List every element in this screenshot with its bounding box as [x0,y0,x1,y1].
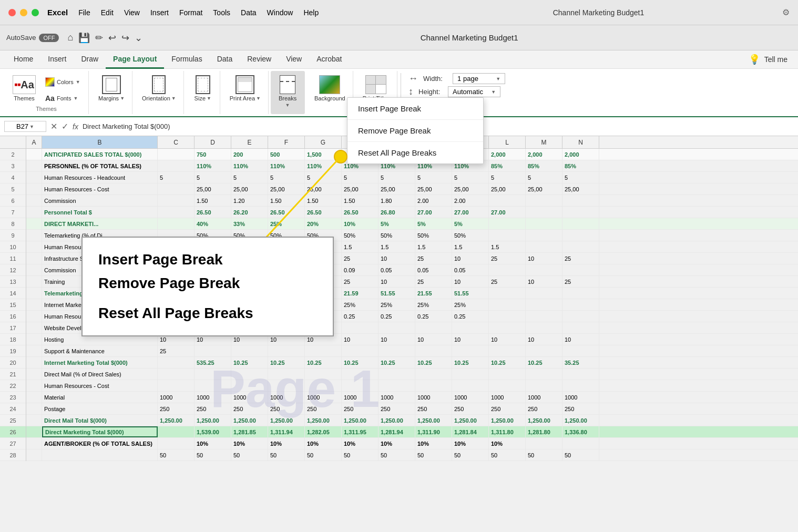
cell-3e[interactable]: 110% [231,160,268,171]
cell-9a[interactable] [26,230,42,241]
cell-16l[interactable] [489,311,526,322]
tell-me-label[interactable]: Tell me [764,55,787,64]
cell-25k[interactable]: 1,250.00 [452,415,489,426]
cell-14n[interactable] [562,288,599,299]
cell-15a[interactable] [26,299,42,310]
cell-17k[interactable] [452,322,489,333]
cell-24n[interactable]: 250 [562,403,599,414]
cell-25a[interactable] [26,415,42,426]
cell-21l[interactable] [489,369,526,380]
cell-25l[interactable]: 1,250.00 [489,415,526,426]
cell-3d[interactable]: 110% [195,160,231,171]
cell-19f[interactable] [268,345,305,356]
cell-2a[interactable] [26,149,42,160]
cell-18h[interactable]: 10 [342,334,378,345]
cell-7n[interactable] [562,207,599,218]
cell-4f[interactable]: 5 [268,172,305,183]
cell-19e[interactable] [231,345,268,356]
cell-9k[interactable]: 50% [452,230,489,241]
background-button[interactable]: Background [311,73,349,104]
cell-15j[interactable]: 25% [415,299,452,310]
cell-27c[interactable] [158,438,195,449]
cell-7k[interactable]: 27.00 [452,207,489,218]
cell-21g[interactable] [305,369,342,380]
cell-8c[interactable] [158,218,195,229]
cell-21i[interactable] [378,369,415,380]
cell-25c[interactable]: 1,250.00 [158,415,195,426]
cell-8a[interactable] [26,218,42,229]
cell-12a[interactable] [26,264,42,275]
minimize-button[interactable] [20,9,27,16]
cell-21n[interactable] [562,369,599,380]
cell-26k[interactable]: 1,281.84 [452,426,489,437]
cell-23e[interactable]: 1000 [231,392,268,403]
cell-4k[interactable]: 5 [452,172,489,183]
cancel-formula-icon[interactable]: ✕ [50,121,57,131]
cell-21f[interactable] [268,369,305,380]
cell-15k[interactable]: 25% [452,299,489,310]
tab-draw[interactable]: Draw [74,50,106,69]
cell-4d[interactable]: 5 [195,172,231,183]
cell-16j[interactable]: 0.25 [415,311,452,322]
width-select[interactable]: 1 page ▼ [453,73,505,84]
margins-button[interactable]: Margins ▼ [95,73,128,104]
cell-4i[interactable]: 5 [378,172,415,183]
dropdown-reset-all-page-breaks[interactable]: Reset All Page Breaks [347,142,483,163]
cell-26m[interactable]: 1,281.80 [526,426,562,437]
cell-14k[interactable]: 51.55 [452,288,489,299]
cell-27e[interactable]: 10% [231,438,268,449]
cell-8n[interactable] [562,218,599,229]
cell-8h[interactable]: 10% [342,218,378,229]
cell-10l[interactable]: 1.5 [489,241,526,252]
cell-22n[interactable] [562,380,599,391]
cell-26d[interactable]: 1,539.00 [195,426,231,437]
menu-format[interactable]: Format [179,8,202,17]
cell-22i[interactable] [378,380,415,391]
cell-28f[interactable]: 50 [268,449,305,461]
cell-19i[interactable] [378,345,415,356]
cell-13h[interactable]: 25 [342,276,378,287]
maximize-button[interactable] [32,9,39,16]
menu-window[interactable]: Window [267,8,293,17]
cell-20f[interactable]: 10.25 [268,357,305,368]
cell-12n[interactable] [562,264,599,275]
cell-5m[interactable]: 25,00 [526,183,562,195]
col-header-m[interactable]: M [526,136,562,148]
cell-22m[interactable] [526,380,562,391]
cell-5e[interactable]: 25,00 [231,183,268,195]
cell-4e[interactable]: 5 [231,172,268,183]
cell-25b[interactable]: Direct Mail Total $(000) [42,415,158,426]
cell-23m[interactable]: 1000 [526,392,562,403]
cell-27g[interactable]: 10% [305,438,342,449]
cell-3g[interactable]: 110% [305,160,342,171]
cell-14a[interactable] [26,288,42,299]
cell-6f[interactable]: 1.50 [268,195,305,206]
confirm-formula-icon[interactable]: ✓ [62,121,68,131]
cell-19n[interactable] [562,345,599,356]
cell-19a[interactable] [26,345,42,356]
cell-15m[interactable] [526,299,562,310]
tab-home[interactable]: Home [6,50,40,69]
cell-21h[interactable] [342,369,378,380]
autosave-toggle[interactable]: OFF [39,34,59,42]
cell-6k[interactable]: 2.00 [452,195,489,206]
cell-17a[interactable] [26,322,42,333]
cell-18k[interactable]: 10 [452,334,489,345]
cell-6i[interactable]: 1.80 [378,195,415,206]
cell-22g[interactable] [305,380,342,391]
cell-24e[interactable]: 250 [231,403,268,414]
cell-27b[interactable]: AGENT/BROKER (% OF TOTAL SALES) [42,438,158,449]
cell-27n[interactable] [562,438,599,449]
cell-18j[interactable]: 10 [415,334,452,345]
cell-22c[interactable] [158,380,195,391]
cell-27h[interactable]: 10% [342,438,378,449]
cell-22j[interactable] [415,380,452,391]
cell-26c[interactable] [158,426,195,437]
cell-27a[interactable] [26,438,42,449]
cell-27k[interactable]: 10% [452,438,489,449]
cell-21c[interactable] [158,369,195,380]
cell-16k[interactable]: 0.25 [452,311,489,322]
cell-16a[interactable] [26,311,42,322]
colors-button[interactable]: Colors ▼ [42,75,84,89]
cell-23g[interactable]: 1000 [305,392,342,403]
